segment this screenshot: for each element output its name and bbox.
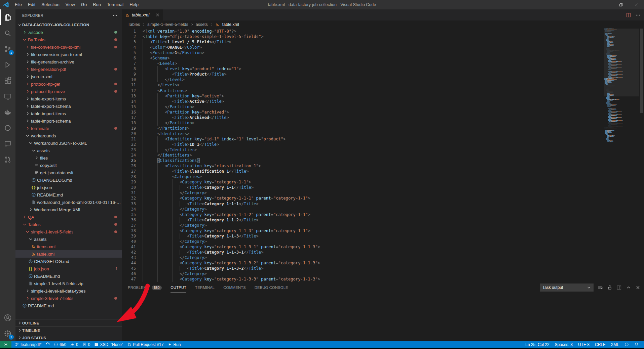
menu-edit[interactable]: Edit bbox=[25, 0, 38, 9]
tree-item-protocol-ftp-move[interactable]: protocol-ftp-move bbox=[15, 88, 122, 95]
activity-extensions-icon[interactable] bbox=[0, 73, 15, 88]
status-encoding[interactable]: UTF-8 bbox=[575, 341, 592, 348]
section-outline[interactable]: OUTLINE bbox=[15, 319, 122, 326]
activity-explorer-icon[interactable] bbox=[0, 9, 15, 25]
activity-remote-explorer-icon[interactable] bbox=[0, 88, 15, 104]
tree-item-changelog-md[interactable]: CHANGELOG.md bbox=[15, 258, 122, 265]
activity-run-debug-icon[interactable] bbox=[0, 57, 15, 73]
tree-item-job-json[interactable]: {}job.json1 bbox=[15, 265, 122, 272]
tree-item-assets[interactable]: assets bbox=[15, 147, 122, 154]
tree-item-tables[interactable]: Tables bbox=[15, 221, 122, 228]
tree-item-files[interactable]: files bbox=[15, 154, 122, 162]
maximize-button[interactable] bbox=[613, 0, 629, 9]
breadcrumb-item-tables[interactable]: Tables bbox=[127, 22, 141, 27]
status-errors[interactable]: 650 bbox=[52, 341, 68, 348]
status-run[interactable]: Run bbox=[165, 341, 183, 348]
tree-item-items-xml[interactable]: items.xml bbox=[15, 243, 122, 250]
tree-item-table-export-items[interactable]: table-export-items bbox=[15, 95, 122, 102]
status-notifications[interactable] bbox=[632, 341, 641, 348]
status-eol[interactable]: CRLF bbox=[592, 341, 608, 348]
tree-item-table-export-schema[interactable]: table-export-schema bbox=[15, 102, 122, 110]
tree-item-protocol-ftp-get[interactable]: protocol-ftp-get bbox=[15, 80, 122, 88]
section-job-status[interactable]: JOB STATUS bbox=[15, 334, 122, 341]
open-output-in-editor-icon[interactable] bbox=[616, 285, 622, 290]
tree-item-file-generation-pdf[interactable]: file-generation-pdf bbox=[15, 66, 122, 73]
menu-view[interactable]: View bbox=[63, 0, 78, 9]
tree-item-assets[interactable]: assets bbox=[15, 235, 122, 243]
activity-docker-icon[interactable] bbox=[0, 104, 15, 120]
status-git-branch[interactable]: feature/pdf* bbox=[13, 341, 43, 348]
panel-tab-debug-console[interactable]: DEBUG CONSOLE bbox=[255, 282, 288, 293]
tree-item-simple-1-level-5-fields-zip[interactable]: simple-1-level-5-fields.zip bbox=[15, 280, 122, 287]
tree-item-simple-1-level-5-fields[interactable]: simple-1-level-5-fields bbox=[15, 228, 122, 235]
unlock-panel-icon[interactable] bbox=[607, 285, 612, 290]
tree-item-table-import-schema[interactable]: table-import-schema bbox=[15, 117, 122, 125]
menu-run[interactable]: Run bbox=[90, 0, 104, 9]
menu-terminal[interactable]: Terminal bbox=[104, 0, 126, 9]
tree-item-copy-xslt[interactable]: copy.xslt bbox=[15, 162, 122, 169]
explorer-actions-icon[interactable] bbox=[112, 13, 118, 18]
tree-item-table-xml[interactable]: table.xml bbox=[15, 250, 122, 258]
breadcrumb-item-table-xml[interactable]: table.xml bbox=[222, 22, 240, 27]
status-warnings[interactable]: 0 bbox=[68, 341, 80, 348]
tree-item-workarounds[interactable]: workarounds bbox=[15, 132, 122, 139]
tree-item-vscode[interactable]: .vscode bbox=[15, 29, 122, 36]
status-language-mode[interactable]: XML bbox=[608, 341, 622, 348]
panel-tab-terminal[interactable]: TERMINAL bbox=[195, 282, 215, 293]
activity-source-control-icon[interactable]: 1 bbox=[0, 41, 15, 57]
panel-tab-output[interactable]: OUTPUT bbox=[171, 282, 186, 293]
tab-table-xml[interactable]: table.xml bbox=[122, 9, 163, 20]
split-editor-icon[interactable] bbox=[626, 12, 631, 18]
menu-go[interactable]: Go bbox=[78, 0, 90, 9]
tree-item-simple-3-level-7-fields[interactable]: simple-3-level-7-fields bbox=[15, 295, 122, 302]
breadcrumb-item-assets[interactable]: assets bbox=[195, 22, 209, 27]
minimap-slider[interactable] bbox=[604, 29, 639, 96]
clear-output-icon[interactable] bbox=[598, 285, 603, 290]
scrollbar-thumb[interactable] bbox=[640, 29, 643, 113]
tree-item-table-import-items[interactable]: table-import-items bbox=[15, 110, 122, 117]
minimap[interactable] bbox=[604, 29, 639, 282]
tree-item-file-conversion-json-to-xml[interactable]: file-conversion-json-to-xml bbox=[15, 51, 122, 58]
close-window-button[interactable] bbox=[629, 0, 644, 9]
status-sync[interactable] bbox=[43, 341, 52, 348]
status-notebook-count[interactable]: 0 bbox=[80, 341, 92, 348]
status-indentation[interactable]: Spaces: 3 bbox=[552, 341, 575, 348]
tree-item-simple-1-level-all-data-types[interactable]: simple-1-level-all-data-types bbox=[15, 287, 122, 295]
status-feedback[interactable] bbox=[622, 341, 632, 348]
panel-tab-problems[interactable]: PROBLEMS650 bbox=[128, 282, 162, 293]
activity-accounts-icon[interactable] bbox=[0, 310, 15, 325]
panel-tab-comments[interactable]: COMMENTS bbox=[223, 282, 246, 293]
activity-settings-icon[interactable]: 1 bbox=[0, 325, 15, 341]
tree-item-terminate[interactable]: terminate bbox=[15, 125, 122, 132]
menu-selection[interactable]: Selection bbox=[38, 0, 62, 9]
menu-file[interactable]: File bbox=[12, 0, 25, 9]
tree-item-changelog-md[interactable]: CHANGELOG.md bbox=[15, 176, 122, 184]
activity-status-circle-icon[interactable] bbox=[0, 120, 15, 136]
close-panel-icon[interactable] bbox=[635, 285, 641, 290]
status-pull-request[interactable]: Pull Request #17 bbox=[125, 341, 165, 348]
tree-item-get-json-data-xslt[interactable]: get-json-data.xslt bbox=[15, 169, 122, 176]
close-tab-icon[interactable] bbox=[155, 12, 160, 18]
activity-github-pr-icon[interactable] bbox=[0, 151, 15, 167]
tree-item-workaround-json-to-xml-2021-03-01t16-2[interactable]: workaround_json-to-xml-2021-03-01T16-2..… bbox=[15, 199, 122, 206]
output-channel-select[interactable]: Task output bbox=[540, 283, 594, 292]
tree-item-readme-md[interactable]: README.md bbox=[15, 191, 122, 199]
status-remote-indicator[interactable] bbox=[0, 341, 11, 348]
tree-item-readme-md[interactable]: README.md bbox=[15, 272, 122, 280]
section-timeline[interactable]: TIMELINE bbox=[15, 326, 122, 334]
tree-item-workaround-json-to-xml[interactable]: Workaround JSON-To-XML bbox=[15, 139, 122, 147]
tree-item-readme-md[interactable]: README.md bbox=[15, 302, 122, 309]
code-editor[interactable]: 1<?xml version="1.0" encoding="UTF-8"?>2… bbox=[122, 29, 644, 282]
tree-item-json-to-xml[interactable]: json-to-xml bbox=[15, 73, 122, 80]
minimize-button[interactable] bbox=[598, 0, 613, 9]
activity-search-icon[interactable] bbox=[0, 25, 15, 41]
workspace-root-folder[interactable]: DATA-FACTORY-JOB-COLLECTION bbox=[15, 21, 122, 29]
breadcrumb-item-simple-1-level-5-fields[interactable]: simple-1-level-5-fields bbox=[147, 22, 189, 27]
tree-item-by-tasks[interactable]: By Tasks bbox=[15, 36, 122, 43]
maximize-panel-icon[interactable] bbox=[626, 285, 631, 290]
status-cursor-position[interactable]: Ln 25, Col 22 bbox=[523, 341, 552, 348]
editor-more-actions-icon[interactable] bbox=[635, 12, 641, 18]
panel-output-content[interactable] bbox=[122, 293, 644, 341]
editor-scrollbar[interactable] bbox=[639, 29, 644, 282]
status-xsd[interactable]: XSD: "None" bbox=[92, 341, 125, 348]
